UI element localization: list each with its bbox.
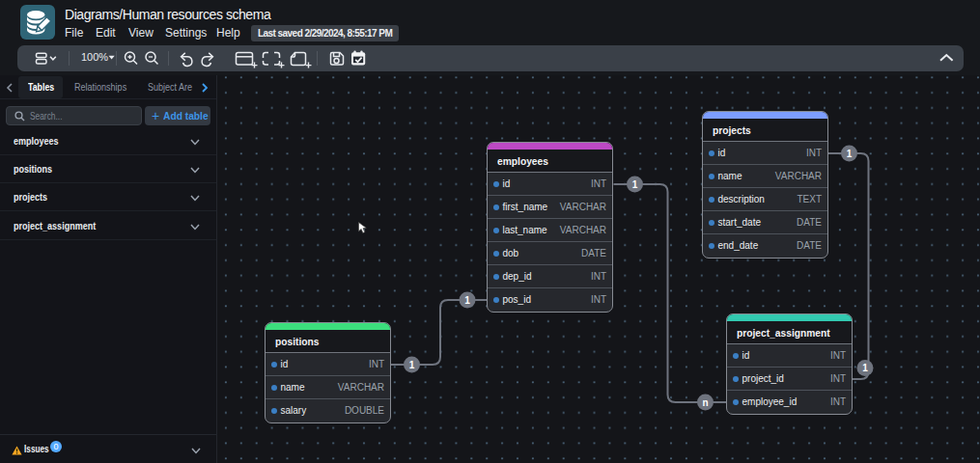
svg-text:100%: 100% — [81, 51, 108, 63]
svg-text:1: 1 — [464, 295, 470, 306]
svg-text:n: n — [702, 397, 708, 408]
svg-text:1: 1 — [409, 360, 415, 370]
svg-text:1: 1 — [862, 363, 868, 373]
svg-text:1: 1 — [632, 179, 638, 190]
svg-text:1: 1 — [847, 149, 853, 159]
